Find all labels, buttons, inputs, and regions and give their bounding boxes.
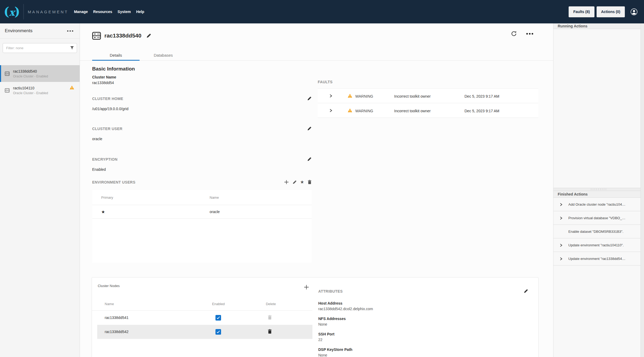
enabled-checkbox[interactable]	[215, 329, 221, 335]
warning-icon	[348, 94, 352, 99]
delete-user-trash-icon[interactable]	[308, 180, 312, 184]
attribute-value: 22	[318, 337, 538, 342]
finished-action-row[interactable]: Update environment "ractiu104110".	[553, 238, 644, 252]
fault-row[interactable]: WARNING Incorrect toolkit owner Dec 5, 2…	[318, 89, 538, 103]
navbar-right: Faults (8) Actions (0)	[566, 6, 638, 17]
table-row[interactable]: rac1338dd541	[97, 311, 312, 325]
environment-users-table: Primary Name ★ oracle	[92, 190, 312, 263]
attribute-field: NFS Addresses None	[318, 316, 538, 327]
enabled-checkbox[interactable]	[215, 315, 221, 321]
environment-subtitle: Oracle Cluster - Enabled	[13, 91, 48, 95]
faults-button[interactable]: Faults (8)	[569, 6, 594, 17]
chevron-right-icon[interactable]	[559, 257, 563, 261]
menu-item-help[interactable]: Help	[136, 7, 144, 16]
cluster-user-value: oracle	[92, 137, 312, 141]
page-header: rac1338dd540	[92, 30, 537, 41]
attribute-value: rac1338dd542.dcol2.delphix.com	[318, 306, 538, 311]
primary-star-icon: ★	[101, 210, 105, 214]
add-user-icon[interactable]	[284, 180, 289, 185]
edit-cluster-user-pencil-icon[interactable]	[307, 126, 312, 131]
cluster-nodes-label: Cluster Nodes	[98, 284, 120, 288]
action-label: Provision virtual database "VDBO_…	[568, 216, 625, 220]
chevron-right-icon[interactable]	[329, 94, 333, 99]
fault-row[interactable]: WARNING Incorrect toolkit owner Dec 5, 2…	[318, 103, 538, 118]
edit-user-pencil-icon[interactable]	[292, 180, 297, 184]
action-label: Update environment "ractiu104110".	[568, 243, 624, 247]
delete-node-trash-icon	[268, 315, 272, 321]
attributes-section: ATTRIBUTES Host Address rac1338dd542.dco…	[318, 277, 538, 357]
sidebar-header: Environments	[0, 23, 80, 39]
user-avatar-icon[interactable]	[630, 8, 638, 15]
table-row-selected[interactable]: rac1338dd542	[97, 325, 312, 339]
actions-button[interactable]: Actions (0)	[597, 6, 625, 17]
navbar-menu: Manage Resources System Help	[74, 7, 144, 16]
attribute-field: Host Address rac1338dd542.dcol2.delphix.…	[318, 301, 538, 311]
cluster-nodes-card: Cluster Nodes Name Enabled Delete rac133…	[92, 277, 539, 357]
delete-node-trash-icon[interactable]	[268, 329, 272, 335]
environment-name: rac1338dd540	[13, 69, 48, 73]
edit-encryption-pencil-icon[interactable]	[307, 157, 312, 161]
server-icon	[5, 71, 10, 76]
finished-action-row[interactable]: Update environment "rac1338dd54…	[553, 252, 644, 265]
navbar-divider	[23, 4, 24, 19]
cluster-home-value: /u01/app/19.0.0.0/grid	[92, 107, 312, 111]
set-primary-star-icon[interactable]: ★	[300, 180, 304, 184]
chevron-right-icon[interactable]	[329, 109, 333, 114]
column-header-name: Name	[105, 302, 114, 306]
edit-title-pencil-icon[interactable]	[146, 33, 151, 38]
sidebar-more-icon[interactable]	[66, 29, 74, 33]
refresh-icon[interactable]	[511, 31, 517, 37]
chevron-right-icon[interactable]	[559, 216, 563, 221]
finished-action-row[interactable]: Enable dataset "DBOMSRB331B3".	[553, 225, 644, 238]
action-label: Enable dataset "DBOMSRB331B3".	[568, 230, 623, 234]
panel-resize-handle[interactable]: :::::::::	[553, 188, 644, 191]
edit-cluster-home-pencil-icon[interactable]	[307, 96, 312, 101]
brand-label: MANAGEMENT	[28, 10, 68, 14]
menu-item-manage[interactable]: Manage	[74, 7, 88, 16]
menu-item-system[interactable]: System	[117, 7, 131, 16]
edit-attributes-pencil-icon[interactable]	[524, 289, 528, 293]
scrollbar-gutter[interactable]	[641, 23, 644, 357]
environment-item-rac1338dd540[interactable]: rac1338dd540 Oracle Cluster - Enabled	[0, 65, 80, 82]
column-header-delete: Delete	[256, 302, 285, 306]
fault-severity: WARNING	[355, 109, 373, 113]
detail-tabs: Details Databases	[80, 50, 553, 61]
environment-users-label: ENVIRONMENT USERS	[92, 180, 135, 184]
environment-list: rac1338dd540 Oracle Cluster - Enabled ra…	[0, 65, 80, 99]
attribute-label: DSP KeyStore Path	[318, 347, 538, 352]
page-header-actions	[511, 31, 533, 37]
attribute-value: None	[318, 353, 538, 357]
add-node-icon[interactable]	[304, 284, 309, 290]
cluster-home-label: CLUSTER HOME	[92, 97, 123, 101]
cluster-name-field: Cluster Name rac1338dd54	[92, 75, 312, 85]
action-label: Add Oracle cluster node "ractiu104…	[568, 202, 625, 206]
finished-action-row[interactable]: Add Oracle cluster node "ractiu104…	[553, 198, 644, 211]
attribute-label: SSH Port	[318, 332, 538, 337]
finished-action-row[interactable]: Provision virtual database "VDBO_…	[553, 211, 644, 225]
basic-information-column: Basic Information Cluster Name rac1338dd…	[92, 61, 312, 263]
page-title: rac1338dd540	[104, 32, 141, 39]
tab-databases[interactable]: Databases	[140, 50, 187, 60]
chevron-right-icon[interactable]	[559, 243, 563, 248]
attribute-label: Host Address	[318, 301, 538, 306]
table-row[interactable]: ★ oracle	[92, 205, 312, 219]
cluster-name-label: Cluster Name	[92, 75, 312, 79]
fault-date: Dec 5, 2023 9:17 AM	[464, 109, 499, 113]
environment-filter-input[interactable]	[3, 43, 77, 53]
menu-item-resources[interactable]: Resources	[93, 7, 112, 16]
environment-name: ractiu104110	[13, 86, 48, 90]
users-table-header: Primary Name	[92, 190, 312, 205]
sidebar-title: Environments	[5, 28, 32, 34]
more-options-icon[interactable]	[526, 33, 533, 35]
user-name-cell: oracle	[210, 210, 220, 214]
fault-severity: WARNING	[355, 94, 373, 98]
column-header-primary: Primary	[101, 196, 210, 200]
filter-funnel-icon[interactable]	[70, 46, 74, 50]
environment-subtitle: Oracle Cluster - Enabled	[13, 74, 48, 78]
environment-item-ractiu104110[interactable]: ractiu104110 Oracle Cluster - Enabled	[0, 82, 80, 99]
finished-actions-header: Finished Actions	[553, 191, 644, 198]
fault-title: Incorrect toolkit owner	[394, 109, 431, 113]
main-content: rac1338dd540 Details	[80, 23, 553, 357]
chevron-right-icon[interactable]	[559, 203, 563, 207]
tab-details[interactable]: Details	[92, 50, 140, 60]
